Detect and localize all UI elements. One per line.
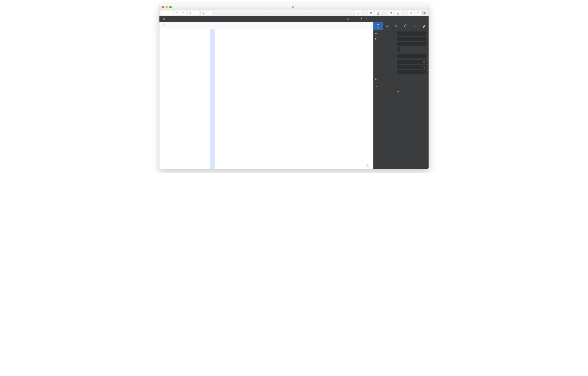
inspector-tab-cost[interactable]: $ xyxy=(392,22,401,30)
gantt-header-timeline xyxy=(210,22,373,29)
gear-button[interactable] xyxy=(200,11,206,15)
indent-button[interactable] xyxy=(180,11,186,15)
gantt-timeline[interactable] xyxy=(210,29,373,169)
cost-icon: $ xyxy=(395,24,398,28)
breadcrumb-separator-icon: 〉 xyxy=(168,17,170,21)
sort-indicator-icon: ▲▼ xyxy=(163,24,164,26)
inspector-section-expected[interactable] xyxy=(373,84,429,89)
inspector-row-milestone xyxy=(373,47,429,52)
link-icon xyxy=(386,24,389,28)
svg-rect-7 xyxy=(377,24,379,27)
sync-icon xyxy=(389,12,392,15)
window: 〉 ▲▼ xyxy=(159,4,429,169)
lock-icon xyxy=(397,12,399,15)
chevron-updown-icon: ⌃⌄ xyxy=(422,71,425,73)
document-icon xyxy=(291,6,294,9)
view-inspector-button[interactable] xyxy=(421,11,427,15)
add-menu-button[interactable] xyxy=(167,11,173,15)
add-button[interactable] xyxy=(161,11,167,15)
toolbar-view-group xyxy=(415,11,427,15)
inspector-row-start: ⌃⌄ xyxy=(373,54,429,59)
svg-rect-8 xyxy=(378,24,378,25)
inspector-body: ⌃⌄ ⌃⌄ ⌃⌄ xyxy=(373,30,429,169)
gear-icon xyxy=(202,12,205,15)
main: ▲▼ xyxy=(159,22,429,169)
clipboard-icon xyxy=(376,24,380,28)
bolt-icon xyxy=(357,12,359,15)
link-icon xyxy=(189,12,192,15)
inspector-duration-field[interactable] xyxy=(397,42,427,46)
column-header-status[interactable] xyxy=(165,22,174,29)
inspector-row-exp-utilization xyxy=(373,115,429,121)
inspector-exp-status-value xyxy=(397,90,427,93)
sort-icon[interactable] xyxy=(353,17,356,21)
view-bar-actions xyxy=(346,17,369,21)
wrench-icon[interactable] xyxy=(366,17,369,21)
structure-icon xyxy=(162,18,165,21)
inspector-row-exp-start xyxy=(373,94,429,100)
inspector-section-advanced[interactable] xyxy=(373,77,429,82)
calendar-icon xyxy=(423,60,425,63)
inspector-tab-dependency[interactable] xyxy=(383,22,392,30)
minimize-window-button[interactable] xyxy=(165,6,168,8)
filter-icon[interactable] xyxy=(346,17,349,21)
outdent-icon xyxy=(176,12,179,15)
svg-point-13 xyxy=(414,26,415,27)
gauge-icon xyxy=(404,24,408,28)
svg-text:$: $ xyxy=(395,24,397,27)
task-outline[interactable] xyxy=(159,29,210,169)
inspector-title-field[interactable] xyxy=(397,32,427,35)
inspector: $ ⌃⌄ ⌃⌄ ⌃⌄ xyxy=(373,22,429,169)
inspector-tab-progress[interactable] xyxy=(401,22,410,30)
svg-point-1 xyxy=(203,13,204,14)
close-window-button[interactable] xyxy=(161,6,164,8)
warning-icon xyxy=(397,90,399,92)
svg-point-11 xyxy=(414,24,414,25)
inspector-row-exp-end xyxy=(373,100,429,105)
watermark xyxy=(366,163,371,167)
svg-rect-6 xyxy=(424,12,425,14)
bolt-button[interactable] xyxy=(355,11,361,15)
tools-button[interactable] xyxy=(408,11,414,15)
inspector-section-work[interactable] xyxy=(373,36,429,42)
lock-button[interactable] xyxy=(395,11,401,15)
gantt-header-fixed: ▲▼ xyxy=(159,22,210,29)
inspector-section-title[interactable] xyxy=(373,31,429,36)
sync-button[interactable] xyxy=(388,11,394,15)
inspector-milestone-checkbox[interactable] xyxy=(397,47,400,52)
merlin-logo-icon xyxy=(366,163,369,167)
view-bar: 〉 xyxy=(159,16,429,22)
inspector-earliest-field[interactable] xyxy=(397,60,427,64)
highlight-icon[interactable] xyxy=(359,17,362,21)
inspector-start-select[interactable]: ⌃⌄ xyxy=(397,54,427,58)
outdent-button[interactable] xyxy=(174,11,180,15)
user-button[interactable] xyxy=(375,11,381,15)
column-header-title[interactable] xyxy=(174,22,210,29)
inspector-tab-notes[interactable] xyxy=(419,22,429,30)
svg-point-2 xyxy=(378,12,378,13)
inspector-tab-resources[interactable] xyxy=(410,22,419,30)
window-title xyxy=(291,6,297,9)
toolbar-gear-group xyxy=(200,11,212,15)
inspector-alignment-select[interactable]: ⌃⌄ xyxy=(397,70,427,74)
traffic-lights xyxy=(161,6,172,8)
gear-menu-button[interactable] xyxy=(206,11,212,15)
inspector-tab-plan[interactable] xyxy=(373,22,383,30)
column-header-num[interactable]: ▲▼ xyxy=(159,22,165,29)
link-menu-button[interactable] xyxy=(193,11,199,15)
pencil-icon xyxy=(422,24,426,28)
link-button[interactable] xyxy=(188,11,193,15)
inspector-end-select[interactable]: ⌃⌄ xyxy=(397,65,427,69)
inspector-row-duration xyxy=(373,42,429,47)
zoom-window-button[interactable] xyxy=(169,6,172,8)
inspector-row-exp-status xyxy=(373,89,429,94)
library-button[interactable] xyxy=(368,11,374,15)
toolbar-link-group xyxy=(187,11,199,15)
inspector-row-end: ⌃⌄ xyxy=(373,64,429,70)
inspector-row-alignment: ⌃⌄ xyxy=(373,70,429,75)
svg-point-12 xyxy=(415,25,415,26)
inspector-work-field[interactable] xyxy=(397,37,427,41)
view-default-button[interactable] xyxy=(415,11,421,15)
gantt-body xyxy=(159,29,373,169)
svg-rect-3 xyxy=(398,13,399,14)
